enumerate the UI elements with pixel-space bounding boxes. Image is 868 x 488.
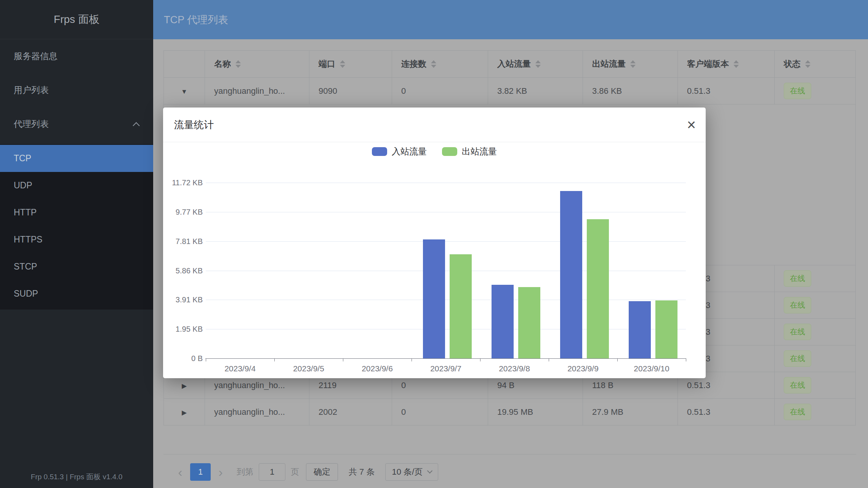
chart-area: 0 B1.95 KB3.91 KB5.86 KB7.81 KB9.77 KB11… xyxy=(163,108,706,378)
x-axis-label: 2023/9/7 xyxy=(413,364,478,374)
axis-tick xyxy=(343,358,343,361)
chart-bar xyxy=(518,287,540,358)
x-axis-line xyxy=(205,358,686,359)
gridline xyxy=(206,300,686,300)
gridline xyxy=(206,183,686,183)
chart-bar xyxy=(492,285,514,358)
x-axis-label: 2023/9/5 xyxy=(276,364,341,374)
axis-tick xyxy=(206,358,206,361)
axis-tick xyxy=(549,358,549,361)
y-axis-label: 0 B xyxy=(164,353,203,363)
axis-tick xyxy=(686,358,686,361)
chart-bar xyxy=(655,300,677,358)
x-axis-label: 2023/9/4 xyxy=(208,364,272,374)
y-axis-label: 3.91 KB xyxy=(164,295,203,305)
y-axis-label: 11.72 KB xyxy=(164,178,203,188)
gridline xyxy=(206,329,686,329)
y-axis-label: 1.95 KB xyxy=(164,324,203,334)
traffic-stats-modal: 流量统计 × 入站流量出站流量 0 B1.95 KB3.91 KB5.86 KB… xyxy=(163,108,706,378)
chart-bar xyxy=(587,219,609,358)
x-axis-label: 2023/9/9 xyxy=(551,364,615,374)
x-axis-label: 2023/9/6 xyxy=(345,364,410,374)
gridline xyxy=(206,271,686,271)
axis-tick xyxy=(480,358,480,361)
chart-bar xyxy=(629,301,651,358)
gridline xyxy=(206,241,686,242)
y-axis-label: 5.86 KB xyxy=(164,266,203,276)
axis-tick xyxy=(617,358,618,361)
axis-tick xyxy=(274,358,275,361)
y-axis-label: 9.77 KB xyxy=(164,207,203,217)
chart-bar xyxy=(423,239,445,358)
y-axis-label: 7.81 KB xyxy=(164,236,203,246)
chart-bar xyxy=(560,191,582,358)
x-axis-label: 2023/9/8 xyxy=(482,364,547,374)
x-axis-label: 2023/9/10 xyxy=(619,364,684,374)
axis-tick xyxy=(412,358,412,361)
gridline xyxy=(206,212,686,212)
chart-bar xyxy=(450,254,472,358)
